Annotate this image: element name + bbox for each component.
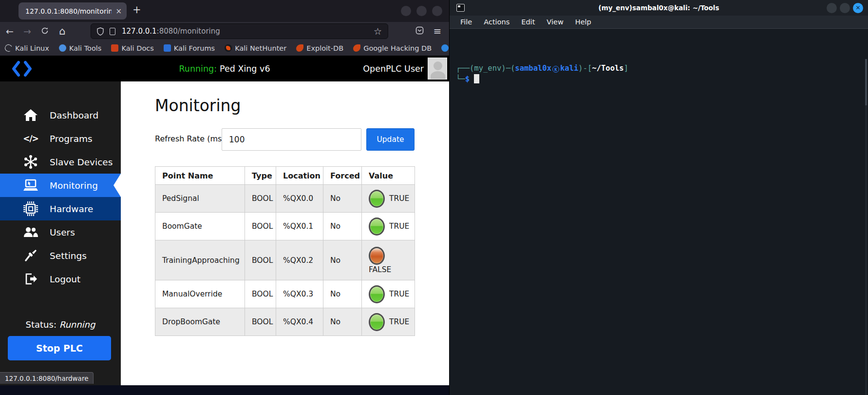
terminal-maximize-button[interactable] xyxy=(840,3,850,13)
exploit-db-icon xyxy=(296,44,303,52)
table-row: PedSignal BOOL %QX0.0 No TRUE xyxy=(155,185,415,213)
link-status-tooltip: 127.0.0.1:8080/hardware xyxy=(0,372,94,384)
sidebar-item-settings[interactable]: Settings xyxy=(0,244,121,267)
bookmark-exploit-db[interactable]: Exploit-DB xyxy=(296,44,343,52)
menu-actions[interactable]: Actions xyxy=(484,18,509,26)
bookmark-kali-linux[interactable]: Kali Linux xyxy=(5,44,49,52)
bookmark-kali-forums[interactable]: Kali Forums xyxy=(164,44,215,52)
kali-nethunter-icon xyxy=(225,44,232,52)
users-icon xyxy=(22,226,39,238)
terminal-minimize-button[interactable] xyxy=(827,3,837,13)
terminal-titlebar: (my_env)sambal0x@kali: ~/Tools ✕ xyxy=(450,0,868,16)
browser-window: 127.0.0.1:8080/monitoring × + ← → ⌂ 127.… xyxy=(0,0,449,385)
ghdb-icon xyxy=(353,44,360,52)
update-button[interactable]: Update xyxy=(366,128,415,151)
window-minimize-button[interactable] xyxy=(401,6,411,16)
program-name: Ped Xing v6 xyxy=(220,64,270,74)
prompt-line-1: ┌──(my_env)─(sambal0xKkali)-[~/Tools] xyxy=(456,63,628,74)
terminal-cursor xyxy=(474,74,479,83)
sidebar-item-hardware[interactable]: Hardware xyxy=(0,197,121,220)
kali-at-symbol: K xyxy=(552,66,559,73)
url-host: 127.0.0.1 xyxy=(122,27,157,36)
menu-edit[interactable]: Edit xyxy=(521,18,535,26)
value-text: FALSE xyxy=(369,265,391,274)
sidebar-item-programs[interactable]: </> Programs xyxy=(0,127,121,150)
stop-plc-button[interactable]: Stop PLC xyxy=(8,336,111,360)
terminal-body[interactable]: ┌──(my_env)─(sambal0xKkali)-[~/Tools] └─… xyxy=(450,29,868,395)
led-indicator-green xyxy=(369,313,385,331)
refresh-rate-label: Refresh Rate (ms): xyxy=(155,134,227,143)
terminal-app-icon xyxy=(456,4,465,12)
sidebar-item-dashboard[interactable]: Dashboard xyxy=(0,103,121,127)
sidebar-item-slave-devices[interactable]: Slave Devices xyxy=(0,150,121,174)
tracking-shield-icon xyxy=(97,27,104,36)
value-text: TRUE xyxy=(389,317,409,326)
browser-window-controls xyxy=(401,6,442,16)
app-menu-icon[interactable]: ≡ xyxy=(431,25,444,37)
window-maximize-button[interactable] xyxy=(416,6,427,16)
menu-help[interactable]: Help xyxy=(575,18,591,26)
user-avatar[interactable] xyxy=(428,58,447,79)
code-icon: </> xyxy=(22,134,39,143)
openplc-body: Dashboard </> Programs Slave Devices Mon… xyxy=(0,81,449,385)
browser-tab-bar: 127.0.0.1:8080/monitoring × + xyxy=(0,0,449,22)
bookmark-kali-nethunter[interactable]: Kali NetHunter xyxy=(225,44,286,52)
terminal-menubar: File Actions Edit View Help xyxy=(450,16,868,29)
prompt-host: kali xyxy=(560,64,578,73)
bookmark-star-icon[interactable]: ☆ xyxy=(374,26,382,37)
col-forced: Forced xyxy=(323,167,362,185)
sidebar-item-logout[interactable]: Logout xyxy=(0,267,121,291)
network-nodes-icon xyxy=(22,155,39,169)
home-icon xyxy=(22,109,39,121)
menu-file[interactable]: File xyxy=(460,18,472,26)
monitoring-table: Point Name Type Location Forced Value Pe… xyxy=(155,166,415,336)
window-close-button[interactable] xyxy=(432,6,442,16)
table-row: TrainingApproaching BOOL %QX0.2 No FALSE xyxy=(155,240,415,280)
openplc-page: Running:Ped Xing v6 OpenPLC User Dashboa… xyxy=(0,56,449,385)
pocket-icon[interactable] xyxy=(413,26,426,37)
user-area[interactable]: OpenPLC User xyxy=(363,58,447,79)
kali-dragon-icon xyxy=(4,43,13,53)
col-type: Type xyxy=(245,167,276,185)
new-tab-button[interactable]: + xyxy=(132,4,141,16)
bookmark-google-hacking-db[interactable]: Google Hacking DB xyxy=(353,44,432,52)
page-info-icon[interactable] xyxy=(110,28,115,35)
home-icon[interactable]: ⌂ xyxy=(56,25,69,37)
bookmarks-bar: Kali Linux Kali Tools Kali Docs Kali For… xyxy=(0,40,449,56)
bookmark-kali-tools[interactable]: Kali Tools xyxy=(59,44,102,52)
value-text: TRUE xyxy=(389,290,409,298)
sidebar-item-monitoring[interactable]: Monitoring xyxy=(0,174,121,197)
chip-icon xyxy=(22,201,39,216)
browser-nav-toolbar: ← → ⌂ 127.0.0.1:8080/monitoring ☆ ≡ xyxy=(0,22,449,40)
openplc-header: Running:Ped Xing v6 OpenPLC User xyxy=(0,56,449,81)
bookmark-kali-docs[interactable]: Kali Docs xyxy=(111,44,153,52)
page-title: Monitoring xyxy=(155,96,241,115)
desktop: 127.0.0.1:8080/monitoring × + ← → ⌂ 127.… xyxy=(0,0,868,395)
refresh-rate-input[interactable] xyxy=(222,128,361,151)
terminal-title: (my_env)sambal0x@kali: ~/Tools xyxy=(450,4,868,12)
forward-icon[interactable]: → xyxy=(20,26,34,37)
table-row: BoomGate BOOL %QX0.1 No TRUE xyxy=(155,213,415,240)
logout-icon xyxy=(22,272,39,286)
browser-tab[interactable]: 127.0.0.1:8080/monitoring × xyxy=(19,2,127,20)
plc-status-value: Running xyxy=(59,319,95,330)
reload-icon[interactable] xyxy=(38,26,52,37)
terminal-window: (my_env)sambal0x@kali: ~/Tools ✕ File Ac… xyxy=(449,0,868,395)
terminal-scrollbar[interactable] xyxy=(865,59,867,395)
col-value: Value xyxy=(362,167,415,185)
terminal-close-button[interactable]: ✕ xyxy=(853,3,863,13)
terminal-scrollbar-thumb[interactable] xyxy=(865,59,867,105)
back-icon[interactable]: ← xyxy=(3,26,17,37)
offsec-icon xyxy=(441,44,449,52)
menu-view[interactable]: View xyxy=(547,18,563,26)
led-indicator-green xyxy=(369,190,385,208)
url-bar[interactable]: 127.0.0.1:8080/monitoring ☆ xyxy=(91,23,388,39)
table-row: ManualOverride BOOL %QX0.3 No TRUE xyxy=(155,280,415,308)
url-path: :8080/monitoring xyxy=(157,27,220,36)
led-indicator-green xyxy=(369,285,385,303)
tab-close-icon[interactable]: × xyxy=(115,7,122,16)
tab-title: 127.0.0.1:8080/monitoring xyxy=(25,7,112,15)
sidebar: Dashboard </> Programs Slave Devices Mon… xyxy=(0,81,121,385)
plc-status-text: Status: Running xyxy=(0,319,121,330)
sidebar-item-users[interactable]: Users xyxy=(0,220,121,244)
